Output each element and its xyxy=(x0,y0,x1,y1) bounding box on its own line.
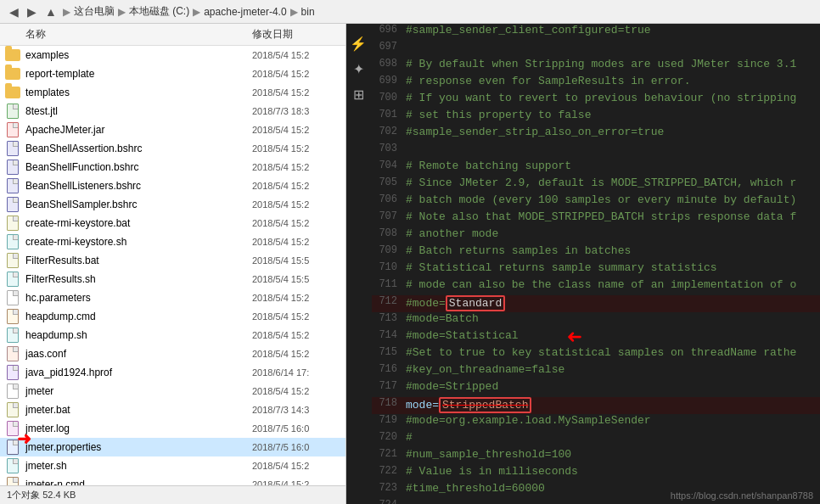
file-date: 2018/7/3 14:3 xyxy=(252,405,345,415)
list-item[interactable]: FilterResults.sh 2018/5/4 15:5 xyxy=(0,270,345,288)
file-type-icon xyxy=(0,384,25,399)
line-content: #mode=Stripped xyxy=(406,380,817,393)
file-name: jmeter xyxy=(25,385,252,397)
line-content: #sample_sender_client_configured=true xyxy=(406,24,817,36)
file-name: 8test.jtl xyxy=(25,105,252,117)
up-button[interactable]: ▲ xyxy=(42,4,59,20)
list-item[interactable]: jmeter-n.cmd 2018/5/4 15:2 xyxy=(0,475,345,485)
forward-button[interactable]: ▶ xyxy=(25,4,39,20)
line-number: 704 xyxy=(375,160,406,171)
file-list-header: 名称 修改日期 xyxy=(0,24,345,46)
file-date: 2018/5/4 15:5 xyxy=(252,274,345,284)
file-name: jmeter-n.cmd xyxy=(25,479,252,485)
code-editor: ⚡ ✦ ⊞ 696#sample_sender_client_configure… xyxy=(346,24,820,504)
line-number: 713 xyxy=(375,312,406,324)
file-date: 2018/5/4 15:2 xyxy=(252,143,345,154)
list-item[interactable]: BeanShellListeners.bshrc 2018/5/4 15:2 xyxy=(0,176,345,195)
code-line: 723#time_threshold=60000 xyxy=(372,482,820,499)
line-content: # response even for SampleResults in err… xyxy=(406,75,817,87)
list-item[interactable]: create-rmi-keystore.bat 2018/5/4 15:2 xyxy=(0,214,345,232)
list-item[interactable]: heapdump.sh 2018/5/4 15:2 xyxy=(0,326,345,344)
main-layout: 名称 修改日期 examples 2018/5/4 15:2 report-te… xyxy=(0,24,820,504)
file-list[interactable]: examples 2018/5/4 15:2 report-template 2… xyxy=(0,46,345,485)
list-item[interactable]: jmeter.bat 2018/7/3 14:3 xyxy=(0,400,345,419)
code-line: 722# Value is in milliseconds xyxy=(372,465,820,482)
line-number: 706 xyxy=(375,193,406,205)
file-name: hc.parameters xyxy=(25,292,252,304)
list-item[interactable]: hc.parameters 2018/5/4 15:2 xyxy=(0,288,345,307)
status-text: 1个对象 52.4 KB xyxy=(7,489,76,501)
list-item[interactable]: create-rmi-keystore.sh 2018/5/4 15:2 xyxy=(0,232,345,251)
list-item[interactable]: 8test.jtl 2018/7/3 18:3 xyxy=(0,102,345,120)
file-type-icon xyxy=(0,253,25,268)
code-line: 704# Remote batching support xyxy=(372,160,820,176)
file-date: 2018/5/4 15:2 xyxy=(252,181,345,191)
line-content: #mode=Batch xyxy=(406,312,817,325)
list-item[interactable]: jmeter.sh 2018/5/4 15:2 xyxy=(0,456,345,475)
code-area[interactable]: 696#sample_sender_client_configured=true… xyxy=(372,24,820,504)
breadcrumb-bin[interactable]: bin xyxy=(301,6,315,18)
line-number: 707 xyxy=(375,210,406,222)
line-content: # Batch returns samples in batches xyxy=(406,244,817,257)
file-name: jmeter.bat xyxy=(25,404,252,416)
list-item[interactable]: templates 2018/5/4 15:2 xyxy=(0,83,345,102)
line-number: 698 xyxy=(375,58,406,70)
breadcrumb-jmeter[interactable]: apache-jmeter-4.0 xyxy=(204,6,286,18)
line-number: 701 xyxy=(375,109,406,120)
file-name: report-template xyxy=(25,68,252,80)
list-item[interactable]: java_pid1924.hprof 2018/6/14 17: xyxy=(0,363,345,382)
file-type-icon xyxy=(0,216,25,231)
line-number: 708 xyxy=(375,227,406,239)
code-line: 720# xyxy=(372,431,820,448)
line-content: #mode=org.example.load.MySampleSender xyxy=(406,414,817,427)
line-number: 702 xyxy=(375,126,406,137)
code-line: 708# another mode xyxy=(372,227,820,244)
line-content: # mode can also be the class name of an … xyxy=(406,278,817,291)
plugin-icon[interactable]: ✦ xyxy=(353,63,364,76)
file-type-icon xyxy=(0,160,25,175)
list-item[interactable]: jmeter.log 2018/7/5 16:0 xyxy=(0,419,345,438)
code-line: 699# response even for SampleResults in … xyxy=(372,75,820,92)
list-item[interactable]: examples 2018/5/4 15:2 xyxy=(0,46,345,64)
file-name: BeanShellAssertion.bshrc xyxy=(25,143,252,154)
list-item[interactable]: BeanShellAssertion.bshrc 2018/5/4 15:2 xyxy=(0,139,345,158)
breadcrumb-disk[interactable]: 本地磁盘 (C:) xyxy=(129,4,189,19)
code-line: 712#mode=Standard xyxy=(372,295,820,312)
list-item[interactable]: report-template 2018/5/4 15:2 xyxy=(0,64,345,83)
list-item[interactable]: BeanShellFunction.bshrc 2018/5/4 15:2 xyxy=(0,158,345,176)
line-number: 720 xyxy=(375,431,406,443)
list-item[interactable]: FilterResults.bat 2018/5/4 15:5 xyxy=(0,251,345,270)
list-item[interactable]: jaas.conf 2018/5/4 15:2 xyxy=(0,344,345,363)
line-number: 719 xyxy=(375,414,406,426)
line-number: 709 xyxy=(375,244,406,256)
usb-icon[interactable]: ⚡ xyxy=(350,37,367,51)
list-item[interactable]: jmeter.properties 2018/7/5 16:0 xyxy=(0,438,345,456)
file-type-icon xyxy=(0,178,25,193)
line-content: #mode=Standard xyxy=(406,295,817,311)
list-item[interactable]: BeanShellSampler.bshrc 2018/5/4 15:2 xyxy=(0,195,345,214)
file-name: jaas.conf xyxy=(25,348,252,360)
list-item[interactable]: jmeter 2018/5/4 15:2 xyxy=(0,382,345,400)
breadcrumb-bar: ◀ ▶ ▲ ▶ 这台电脑 ▶ 本地磁盘 (C:) ▶ apache-jmeter… xyxy=(0,0,820,24)
line-content: #Set to true to key statistical samples … xyxy=(406,346,817,359)
line-content: # Note also that MODE_STRIPPED_BATCH str… xyxy=(406,210,817,223)
file-type-icon xyxy=(0,328,25,343)
line-number: 722 xyxy=(375,465,406,477)
file-date: 2018/5/4 15:2 xyxy=(252,218,345,228)
code-line: 707# Note also that MODE_STRIPPED_BATCH … xyxy=(372,210,820,227)
list-item[interactable]: ApacheJMeter.jar 2018/5/4 15:2 xyxy=(0,120,345,139)
file-date: 2018/5/4 15:2 xyxy=(252,293,345,303)
code-line: 703 xyxy=(372,143,820,160)
file-type-icon xyxy=(0,458,25,473)
list-item[interactable]: heapdump.cmd 2018/5/4 15:2 xyxy=(0,307,345,326)
code-line: 697 xyxy=(372,41,820,58)
line-content: #key_on_threadname=false xyxy=(406,363,817,376)
file-type-icon xyxy=(0,402,25,417)
grid-icon[interactable]: ⊞ xyxy=(353,88,364,102)
file-name: create-rmi-keystore.sh xyxy=(25,236,252,248)
file-type-icon xyxy=(0,87,25,98)
breadcrumb-pc[interactable]: 这台电脑 xyxy=(74,4,115,19)
code-line: 705# Since JMeter 2.9, default is MODE_S… xyxy=(372,176,820,193)
code-line: 700# If you want to revert to previous b… xyxy=(372,92,820,109)
back-button[interactable]: ◀ xyxy=(7,4,21,20)
